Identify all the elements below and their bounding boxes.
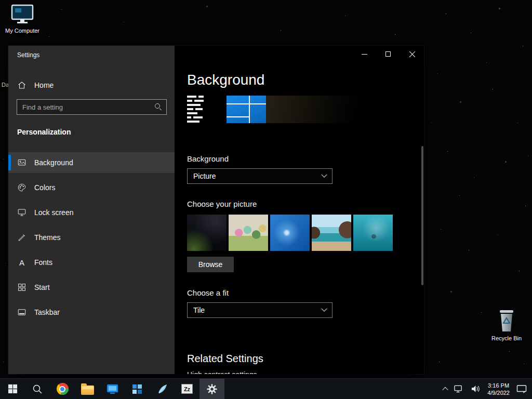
taskbar-file-explorer-button[interactable] [75,379,100,399]
sidebar-item-label: Lock screen [34,208,73,217]
sidebar-item-label: Themes [34,233,61,242]
sidebar-item-start[interactable]: Start [8,277,175,298]
sidebar-item-label: Home [34,81,54,89]
picture-thumbnail-4[interactable] [312,215,351,251]
folder-icon [81,385,94,395]
7zip-icon: Zz [181,384,193,394]
sidebar-item-label: Fonts [34,258,52,267]
choose-fit-label: Choose a fit [187,288,229,297]
gear-icon [206,383,218,395]
recycle-bin-icon [496,309,517,332]
lock-screen-icon [17,208,26,217]
sidebar-item-home[interactable]: Home [8,75,175,96]
sidebar-item-label: Background [34,158,73,167]
fit-value: Tile [193,306,205,314]
feather-icon [157,383,168,394]
sidebar-item-fonts[interactable]: A Fonts [8,252,175,273]
background-type-dropdown[interactable]: Picture [187,168,332,184]
tile-preview-text [187,96,211,123]
desktop-icon-label: Recycle Bin [491,335,522,341]
grid-app-icon [132,384,142,394]
chrome-icon [57,383,69,395]
desktop-icon-recycle-bin[interactable]: Recycle Bin [484,309,529,341]
tile-preview-desktop [266,96,357,123]
background-field-label: Background [187,154,229,163]
sidebar-section-title: Personalization [17,128,71,136]
picture-thumbnail-3[interactable] [270,215,310,251]
action-center-icon[interactable] [516,384,527,394]
volume-icon[interactable] [471,384,481,393]
sidebar-item-background[interactable]: Background [8,152,175,173]
background-type-value: Picture [193,172,216,180]
close-icon [409,51,416,58]
settings-window: Settings Home Personalization Bac [8,46,424,374]
tray-expand-icon[interactable] [443,387,448,392]
picture-thumbnail-5[interactable] [353,215,393,251]
browse-button[interactable]: Browse [187,257,234,272]
desktop-icon-label: My Computer [5,28,39,34]
desktop-icon-my-computer[interactable]: My Computer [0,4,45,34]
taskbar-clock[interactable]: 3:16 PM 4/9/2022 [487,382,510,396]
background-image-icon [17,158,26,167]
close-button[interactable] [400,46,424,62]
related-settings-link[interactable]: High contrast settings [187,370,257,374]
fonts-icon: A [17,258,26,267]
sidebar-item-themes[interactable]: Themes [8,227,175,248]
picture-thumbnail-1[interactable] [187,215,227,251]
scrollbar[interactable] [421,146,423,285]
taskbar-app-display-button[interactable] [100,379,125,399]
taskbar-app-grid-button[interactable] [125,379,150,399]
sidebar-item-label: Start [34,283,50,291]
search-input[interactable] [22,103,155,111]
maximize-button[interactable] [376,46,400,62]
related-settings-heading: Related Settings [187,353,263,365]
settings-sidebar: Settings Home Personalization Bac [8,46,175,374]
maximize-icon [385,51,391,57]
taskbar-7zip-button[interactable]: Zz [175,379,200,399]
fit-dropdown[interactable]: Tile [187,302,332,318]
clock-time: 3:16 PM [487,382,510,389]
taskbar: Zz 3:16 PM 4/9/2022 [0,378,532,399]
sidebar-item-label: Colors [34,183,55,192]
window-controls [352,46,424,62]
taskbar-search-button[interactable] [25,379,50,399]
sidebar-item-taskbar[interactable]: Taskbar [8,302,175,323]
window-title: Settings [17,51,39,59]
clock-date: 4/9/2022 [487,389,510,396]
taskbar-settings-button[interactable] [200,379,224,399]
home-icon [17,81,26,90]
paintbrush-icon [17,233,26,242]
taskbar-notepad-plus-button[interactable] [150,379,175,399]
palette-icon [17,183,26,192]
chevron-down-icon [321,172,327,178]
sidebar-item-label: Taskbar [34,308,60,316]
windows-logo-icon [8,384,18,394]
picture-thumbnail-2[interactable] [229,215,268,251]
settings-content: Background Background Picture Choose you… [175,46,424,374]
minimize-button[interactable] [352,46,376,62]
chevron-down-icon [321,306,327,312]
tile-preview-window [227,96,266,123]
page-title: Background [187,72,264,88]
start-button[interactable] [0,379,25,399]
sidebar-item-lock-screen[interactable]: Lock screen [8,202,175,223]
choose-picture-label: Choose your picture [187,200,257,208]
minimize-icon [362,54,367,55]
blue-app-icon [107,384,118,394]
sidebar-item-colors[interactable]: Colors [8,177,175,198]
search-icon[interactable] [155,103,162,111]
start-tiles-icon [17,283,26,292]
partial-desktop-icon-label[interactable]: Da [2,82,9,88]
taskbar-chrome-button[interactable] [50,379,75,399]
network-icon[interactable] [454,385,464,393]
search-box[interactable] [17,99,167,115]
search-icon [32,384,43,394]
system-tray: 3:16 PM 4/9/2022 [443,379,532,399]
taskbar-rect-icon [17,308,26,317]
picture-thumbnails [187,215,393,251]
my-computer-icon [10,4,34,25]
